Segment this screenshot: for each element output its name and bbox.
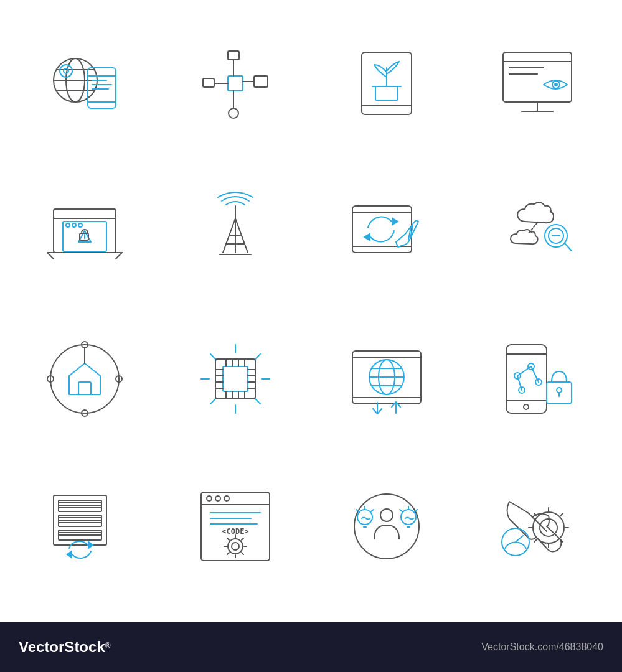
icon-globe-transfer [314,308,459,450]
svg-point-43 [78,223,82,227]
svg-line-180 [560,513,563,516]
svg-line-81 [210,398,216,404]
svg-marker-137 [66,550,72,559]
svg-rect-83 [223,366,248,391]
svg-line-164 [371,510,374,511]
svg-line-183 [516,536,523,542]
icon-touch-tablet [314,161,459,302]
svg-point-148 [232,543,239,550]
svg-rect-17 [254,76,268,87]
icon-team-idea [314,456,459,598]
icon-phone-lock [465,308,610,450]
icon-media-phone [12,12,157,154]
svg-line-169 [400,510,402,511]
svg-line-181 [534,539,537,542]
svg-line-79 [255,398,260,404]
icon-network-nodes [163,12,308,154]
svg-point-34 [554,83,558,86]
svg-text:<CODE>: <CODE> [222,527,249,536]
svg-line-154 [242,553,243,554]
svg-rect-16 [203,78,214,87]
svg-point-142 [224,496,229,501]
icon-server-rack [12,456,157,598]
svg-marker-57 [363,233,370,241]
svg-line-63 [565,243,572,251]
icons-grid: <CODE> [0,0,622,610]
svg-line-39 [116,253,122,259]
svg-marker-66 [69,363,100,394]
svg-marker-56 [392,217,399,226]
svg-marker-136 [88,541,94,549]
svg-line-155 [242,538,243,540]
icon-processor [163,308,308,450]
svg-line-156 [227,553,229,554]
icon-wifi-tower [163,161,308,302]
icon-code-window: <CODE> [163,456,308,598]
svg-line-118 [517,366,531,376]
svg-point-158 [380,509,393,521]
svg-line-38 [47,253,54,259]
icon-cloud-search [465,161,610,302]
svg-rect-13 [228,76,243,91]
svg-point-141 [215,496,220,501]
svg-line-153 [227,538,229,540]
svg-point-41 [66,223,70,227]
svg-point-122 [557,388,562,393]
footer-bar: VectorStock® VectorStock.com/46838040 [0,622,622,672]
svg-point-113 [524,404,529,409]
svg-rect-68 [78,382,91,394]
svg-rect-82 [215,359,255,399]
svg-point-147 [228,539,243,554]
svg-point-15 [229,108,238,118]
svg-rect-24 [375,86,398,100]
footer-url: VectorStock.com/46838040 [481,642,603,653]
svg-rect-14 [228,51,239,60]
icon-plant-tablet [314,12,459,154]
icon-monitor-eye [465,12,610,154]
svg-point-140 [207,496,212,501]
footer-logo: VectorStock® [19,638,111,656]
svg-point-42 [72,223,76,227]
icon-network-house [12,308,157,450]
svg-rect-27 [503,52,572,102]
svg-line-80 [255,354,260,360]
icon-gear-tools [465,456,610,598]
icon-laptop-security [12,161,157,302]
svg-line-78 [210,354,216,360]
svg-line-119 [531,366,539,382]
